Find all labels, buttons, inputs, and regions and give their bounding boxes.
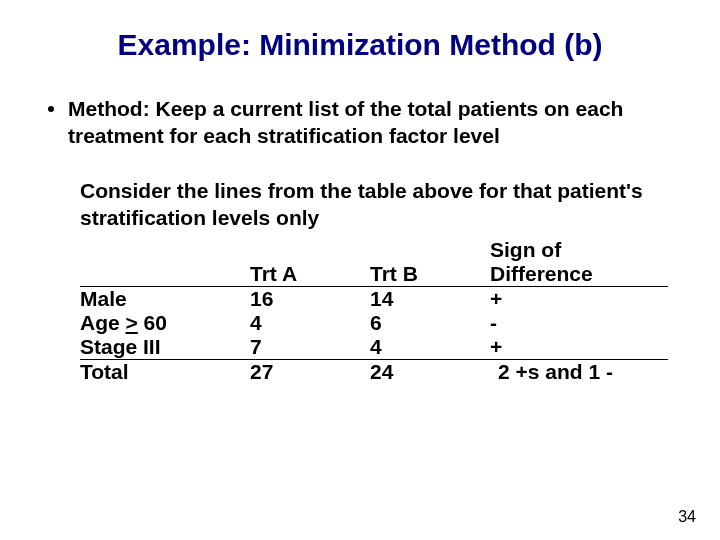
bullet-dot-icon xyxy=(48,106,54,112)
row-label: Male xyxy=(80,286,250,311)
row-trt-a: 16 xyxy=(250,286,370,311)
strata-table: Sign of Trt A Trt B Difference Male 16 1… xyxy=(80,238,668,384)
header-trt-b-blank xyxy=(370,238,490,262)
row-trt-b: 24 xyxy=(370,359,490,384)
row-trt-a: 7 xyxy=(250,335,370,360)
header-label-blank xyxy=(80,262,250,287)
row-trt-a: 4 xyxy=(250,311,370,335)
header-trt-a-blank xyxy=(250,238,370,262)
header-sign-line2: Difference xyxy=(490,262,668,287)
ge-symbol: > xyxy=(126,311,138,334)
page-number: 34 xyxy=(678,508,696,526)
table-header-row-2: Trt A Trt B Difference xyxy=(80,262,668,287)
slide: Example: Minimization Method (b) Method:… xyxy=(0,0,720,540)
sub-paragraph: Consider the lines from the table above … xyxy=(80,178,672,232)
bullet-item: Method: Keep a current list of the total… xyxy=(48,96,672,150)
row-sign: - xyxy=(490,311,668,335)
row-sign: 2 +s and 1 - xyxy=(490,359,668,384)
age-prefix: Age xyxy=(80,311,126,334)
row-trt-b: 4 xyxy=(370,335,490,360)
row-sign: + xyxy=(490,335,668,360)
table-row-total: Total 27 24 2 +s and 1 - xyxy=(80,359,668,384)
row-label: Total xyxy=(80,359,250,384)
header-blank xyxy=(80,238,250,262)
header-trt-a: Trt A xyxy=(250,262,370,287)
table-row: Age > 60 4 6 - xyxy=(80,311,668,335)
age-suffix: 60 xyxy=(138,311,167,334)
bullet-text: Method: Keep a current list of the total… xyxy=(68,96,672,150)
row-sign: + xyxy=(490,286,668,311)
table-header-row-1: Sign of xyxy=(80,238,668,262)
header-sign-line1: Sign of xyxy=(490,238,668,262)
row-label: Stage III xyxy=(80,335,250,360)
row-trt-a: 27 xyxy=(250,359,370,384)
slide-title: Example: Minimization Method (b) xyxy=(48,28,672,62)
row-label: Age > 60 xyxy=(80,311,250,335)
table-row: Stage III 7 4 + xyxy=(80,335,668,360)
row-trt-b: 6 xyxy=(370,311,490,335)
header-trt-b: Trt B xyxy=(370,262,490,287)
row-trt-b: 14 xyxy=(370,286,490,311)
table-row: Male 16 14 + xyxy=(80,286,668,311)
